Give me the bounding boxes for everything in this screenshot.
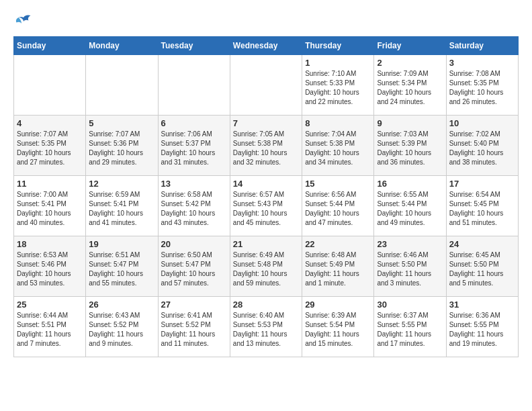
day-info: Sunrise: 6:50 AM Sunset: 5:47 PM Dayligh… (161, 250, 227, 288)
day-info: Sunrise: 6:53 AM Sunset: 5:46 PM Dayligh… (17, 250, 83, 288)
day-number: 2 (377, 58, 443, 68)
day-number: 20 (161, 239, 227, 249)
day-number: 23 (377, 239, 443, 249)
calendar-cell: 21Sunrise: 6:49 AM Sunset: 5:48 PM Dayli… (230, 236, 302, 297)
day-number: 4 (17, 118, 83, 128)
day-number: 21 (233, 239, 299, 249)
day-info: Sunrise: 7:06 AM Sunset: 5:37 PM Dayligh… (161, 130, 227, 167)
weekday-header-row: SundayMondayTuesdayWednesdayThursdayFrid… (14, 37, 519, 55)
day-info: Sunrise: 7:00 AM Sunset: 5:41 PM Dayligh… (17, 190, 83, 228)
calendar-cell: 7Sunrise: 7:05 AM Sunset: 5:38 PM Daylig… (230, 116, 302, 176)
calendar-cell: 23Sunrise: 6:46 AM Sunset: 5:50 PM Dayli… (374, 236, 446, 297)
day-info: Sunrise: 6:41 AM Sunset: 5:52 PM Dayligh… (161, 311, 227, 349)
day-number: 25 (17, 300, 83, 310)
calendar-cell: 18Sunrise: 6:53 AM Sunset: 5:46 PM Dayli… (14, 236, 86, 297)
day-info: Sunrise: 6:48 AM Sunset: 5:49 PM Dayligh… (305, 250, 371, 288)
logo-bird-icon (13, 13, 34, 30)
calendar-cell: 3Sunrise: 7:08 AM Sunset: 5:35 PM Daylig… (446, 55, 518, 116)
weekday-header-wednesday: Wednesday (230, 37, 302, 55)
calendar-cell: 10Sunrise: 7:02 AM Sunset: 5:40 PM Dayli… (446, 116, 518, 176)
calendar-week-row: 18Sunrise: 6:53 AM Sunset: 5:46 PM Dayli… (14, 236, 519, 297)
day-info: Sunrise: 7:04 AM Sunset: 5:38 PM Dayligh… (305, 130, 371, 167)
calendar-cell: 22Sunrise: 6:48 AM Sunset: 5:49 PM Dayli… (302, 236, 374, 297)
day-info: Sunrise: 6:39 AM Sunset: 5:54 PM Dayligh… (305, 311, 371, 349)
day-info: Sunrise: 6:36 AM Sunset: 5:55 PM Dayligh… (449, 311, 515, 349)
day-info: Sunrise: 7:03 AM Sunset: 5:39 PM Dayligh… (377, 130, 443, 167)
day-info: Sunrise: 7:07 AM Sunset: 5:35 PM Dayligh… (17, 130, 83, 167)
day-number: 17 (449, 179, 515, 189)
day-number: 19 (89, 239, 154, 249)
day-number: 9 (377, 118, 443, 128)
day-info: Sunrise: 7:08 AM Sunset: 5:35 PM Dayligh… (449, 69, 515, 107)
calendar-cell: 4Sunrise: 7:07 AM Sunset: 5:35 PM Daylig… (14, 116, 86, 176)
calendar-cell: 9Sunrise: 7:03 AM Sunset: 5:39 PM Daylig… (374, 116, 446, 176)
calendar-cell: 1Sunrise: 7:10 AM Sunset: 5:33 PM Daylig… (302, 55, 374, 116)
day-number: 30 (377, 300, 443, 310)
calendar-cell: 30Sunrise: 6:37 AM Sunset: 5:55 PM Dayli… (374, 297, 446, 357)
day-info: Sunrise: 7:09 AM Sunset: 5:34 PM Dayligh… (377, 69, 443, 107)
day-number: 3 (449, 58, 515, 68)
day-number: 13 (161, 179, 227, 189)
weekday-header-friday: Friday (374, 37, 446, 55)
calendar-week-row: 1Sunrise: 7:10 AM Sunset: 5:33 PM Daylig… (14, 55, 519, 116)
day-number: 8 (305, 118, 371, 128)
day-info: Sunrise: 6:57 AM Sunset: 5:43 PM Dayligh… (233, 190, 299, 228)
day-info: Sunrise: 6:56 AM Sunset: 5:44 PM Dayligh… (305, 190, 371, 228)
calendar-cell (86, 55, 158, 116)
weekday-header-sunday: Sunday (14, 37, 86, 55)
calendar-cell: 26Sunrise: 6:43 AM Sunset: 5:52 PM Dayli… (86, 297, 158, 357)
day-info: Sunrise: 6:40 AM Sunset: 5:53 PM Dayligh… (233, 311, 299, 349)
day-number: 22 (305, 239, 371, 249)
day-number: 7 (233, 118, 299, 128)
calendar-cell: 12Sunrise: 6:59 AM Sunset: 5:41 PM Dayli… (86, 176, 158, 236)
day-number: 10 (449, 118, 515, 128)
day-number: 14 (233, 179, 299, 189)
day-number: 18 (17, 239, 83, 249)
calendar-cell: 24Sunrise: 6:45 AM Sunset: 5:50 PM Dayli… (446, 236, 518, 297)
calendar-cell: 27Sunrise: 6:41 AM Sunset: 5:52 PM Dayli… (158, 297, 230, 357)
day-number: 11 (17, 179, 83, 189)
calendar-week-row: 11Sunrise: 7:00 AM Sunset: 5:41 PM Dayli… (14, 176, 519, 236)
calendar-cell: 15Sunrise: 6:56 AM Sunset: 5:44 PM Dayli… (302, 176, 374, 236)
day-info: Sunrise: 7:02 AM Sunset: 5:40 PM Dayligh… (449, 130, 515, 167)
day-info: Sunrise: 6:37 AM Sunset: 5:55 PM Dayligh… (377, 311, 443, 349)
calendar-cell: 5Sunrise: 7:07 AM Sunset: 5:36 PM Daylig… (86, 116, 158, 176)
day-info: Sunrise: 6:54 AM Sunset: 5:45 PM Dayligh… (449, 190, 515, 228)
calendar-week-row: 4Sunrise: 7:07 AM Sunset: 5:35 PM Daylig… (14, 116, 519, 176)
calendar-cell: 16Sunrise: 6:55 AM Sunset: 5:44 PM Dayli… (374, 176, 446, 236)
day-info: Sunrise: 7:07 AM Sunset: 5:36 PM Dayligh… (89, 130, 154, 167)
day-number: 15 (305, 179, 371, 189)
header (13, 13, 519, 30)
calendar-cell: 25Sunrise: 6:44 AM Sunset: 5:51 PM Dayli… (14, 297, 86, 357)
calendar-cell: 20Sunrise: 6:50 AM Sunset: 5:47 PM Dayli… (158, 236, 230, 297)
weekday-header-monday: Monday (86, 37, 158, 55)
day-info: Sunrise: 6:58 AM Sunset: 5:42 PM Dayligh… (161, 190, 227, 228)
day-info: Sunrise: 7:10 AM Sunset: 5:33 PM Dayligh… (305, 69, 371, 107)
day-info: Sunrise: 6:46 AM Sunset: 5:50 PM Dayligh… (377, 250, 443, 288)
calendar-cell: 13Sunrise: 6:58 AM Sunset: 5:42 PM Dayli… (158, 176, 230, 236)
calendar-table: SundayMondayTuesdayWednesdayThursdayFrid… (13, 36, 519, 357)
calendar-cell: 17Sunrise: 6:54 AM Sunset: 5:45 PM Dayli… (446, 176, 518, 236)
calendar-cell: 11Sunrise: 7:00 AM Sunset: 5:41 PM Dayli… (14, 176, 86, 236)
day-number: 16 (377, 179, 443, 189)
day-number: 26 (89, 300, 154, 310)
day-number: 29 (305, 300, 371, 310)
calendar-cell: 6Sunrise: 7:06 AM Sunset: 5:37 PM Daylig… (158, 116, 230, 176)
calendar-cell: 14Sunrise: 6:57 AM Sunset: 5:43 PM Dayli… (230, 176, 302, 236)
calendar-cell: 31Sunrise: 6:36 AM Sunset: 5:55 PM Dayli… (446, 297, 518, 357)
day-number: 6 (161, 118, 227, 128)
day-number: 5 (89, 118, 154, 128)
day-number: 1 (305, 58, 371, 68)
day-info: Sunrise: 6:44 AM Sunset: 5:51 PM Dayligh… (17, 311, 83, 349)
calendar-header: SundayMondayTuesdayWednesdayThursdayFrid… (14, 37, 519, 55)
day-number: 27 (161, 300, 227, 310)
day-number: 31 (449, 300, 515, 310)
calendar-body: 1Sunrise: 7:10 AM Sunset: 5:33 PM Daylig… (14, 55, 519, 357)
logo (13, 13, 36, 30)
calendar-cell (158, 55, 230, 116)
calendar-week-row: 25Sunrise: 6:44 AM Sunset: 5:51 PM Dayli… (14, 297, 519, 357)
weekday-header-saturday: Saturday (446, 37, 518, 55)
day-number: 28 (233, 300, 299, 310)
calendar-cell: 29Sunrise: 6:39 AM Sunset: 5:54 PM Dayli… (302, 297, 374, 357)
day-info: Sunrise: 7:05 AM Sunset: 5:38 PM Dayligh… (233, 130, 299, 167)
